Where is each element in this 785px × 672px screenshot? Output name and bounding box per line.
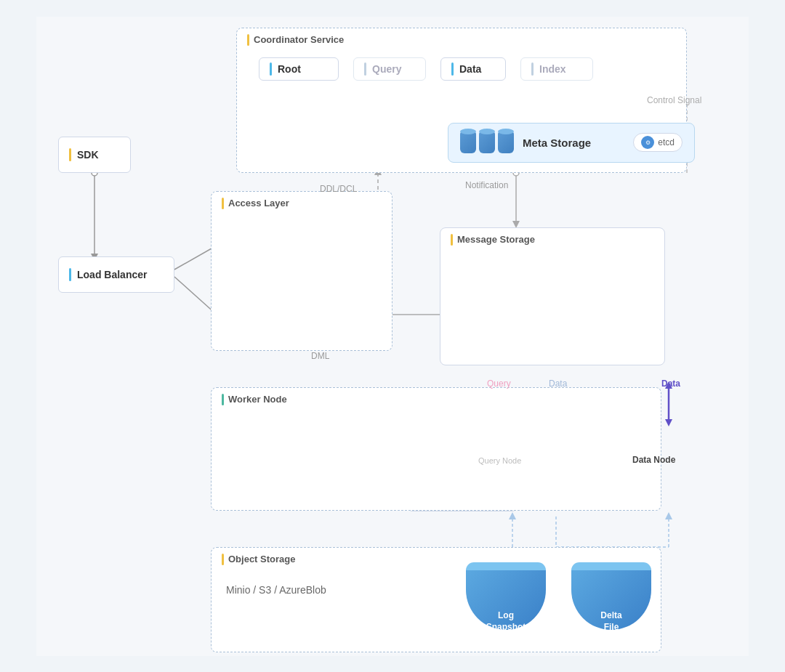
access-layer-box: Access Layer Proxy Proxy — [211, 191, 392, 351]
delta-file-cyl: DeltaFile — [571, 562, 651, 642]
index-component: Index — [520, 57, 593, 81]
coordinator-label: Coordinator Service — [247, 34, 344, 46]
minio-label: Minio / S3 / AzureBlob — [226, 584, 326, 596]
root-component: Root — [259, 57, 339, 81]
obj-storage-label: Object Storage — [222, 554, 295, 565]
access-label: Access Layer — [222, 198, 289, 209]
etcd-icon: ⚙ — [641, 136, 654, 149]
data-node-label: Data Node — [632, 455, 675, 465]
sdk-bar — [69, 148, 71, 161]
log-snapshot-cyl: LogSnapshot — [466, 562, 546, 642]
sdk-box: SDK — [58, 137, 131, 173]
data-component: Data — [440, 57, 506, 81]
load-balancer-box: Load Balancer — [58, 256, 174, 293]
diagram-container: Coordinator Service Root Query Data Inde… — [36, 17, 749, 656]
delta-file-label: DeltaFile — [571, 610, 651, 633]
message-label: Message Storage — [451, 234, 535, 246]
data-flow-label: Data — [549, 378, 567, 389]
coordinator-service-box: Coordinator Service Root Query Data Inde… — [236, 28, 687, 173]
ddl-annotation: DDL/DCL — [320, 184, 357, 194]
db-icons — [460, 131, 514, 153]
meta-storage-box: Meta Storage ⚙ etcd — [448, 123, 695, 163]
message-storage-box: Message Storage Log Broker ✦ Kafka 〜 Pul… — [440, 227, 665, 365]
db-cyl-1 — [460, 131, 476, 153]
root-bar — [270, 62, 272, 76]
query-flow-label: Query — [487, 378, 511, 389]
dml-annotation: DML — [311, 351, 329, 361]
meta-storage-label: Meta Storage — [523, 137, 591, 149]
svg-marker-35 — [665, 512, 672, 519]
db-cyl-3 — [498, 131, 514, 153]
db-cyl-2 — [479, 131, 495, 153]
lb-bar — [69, 268, 71, 281]
object-storage-box: Object Storage Minio / S3 / AzureBlob Lo… — [211, 547, 661, 652]
svg-marker-33 — [509, 512, 516, 519]
data-bold-label: Data — [661, 378, 680, 389]
query-node-label: Query Node — [478, 456, 521, 465]
worker-label: Worker Node — [222, 394, 287, 405]
log-snapshot-label: LogSnapshot — [466, 610, 546, 633]
worker-node-box: Worker Node ... — [211, 387, 661, 511]
etcd-badge: ⚙ etcd — [633, 133, 683, 152]
notification-annotation: Notification — [465, 180, 508, 190]
svg-marker-29 — [665, 419, 672, 426]
query-component: Query — [353, 57, 426, 81]
data-bar — [451, 62, 454, 76]
query-bar — [364, 62, 366, 76]
control-signal-annotation: Control Signal — [647, 95, 701, 105]
index-bar — [531, 62, 534, 76]
